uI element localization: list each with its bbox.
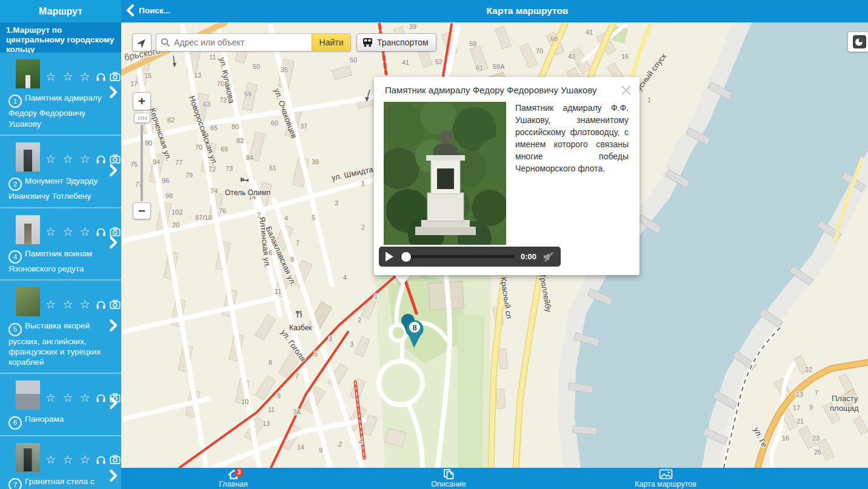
map-street-label: Отель Олимп	[225, 188, 270, 197]
map-house-number: 76	[219, 207, 226, 215]
map-house-number: 7	[815, 389, 818, 396]
map-house-number: 16	[621, 53, 629, 60]
route-stop-item[interactable]: ☆ ☆ ☆	[0, 436, 121, 489]
stop-number: 7	[8, 478, 22, 489]
map-house-number: 59А	[493, 63, 505, 70]
map-house-number: 59	[469, 40, 476, 47]
map-house-number: 43	[568, 53, 575, 60]
map-house-number: 13	[262, 420, 270, 427]
map-house-number: 20	[172, 221, 179, 228]
map-house-number: 69	[221, 145, 228, 153]
rating-stars-icon: ☆ ☆ ☆	[45, 153, 92, 165]
route-stop-item[interactable]: ☆ ☆ ☆	[0, 208, 121, 281]
home-badge: 3	[235, 468, 244, 477]
map-house-number: 59	[244, 90, 252, 98]
route-stop-item[interactable]: ☆ ☆ ☆	[0, 374, 121, 436]
find-button[interactable]: Найти	[312, 34, 350, 51]
nav-route-map[interactable]: Карта маршрутов	[626, 469, 705, 488]
map-house-number: 1	[361, 180, 365, 187]
map-house-number: 102	[172, 208, 182, 216]
map-house-number: 60	[271, 119, 278, 127]
map-house-number: 52	[435, 58, 442, 65]
stop-thumbnail	[16, 381, 40, 410]
zoom-out-button[interactable]: −	[133, 202, 151, 219]
stop-title: Панорама	[25, 414, 64, 424]
map-house-number: 50	[253, 63, 260, 70]
chevron-right-icon[interactable]	[110, 86, 117, 101]
map-house-number: 39	[409, 23, 416, 30]
map-house-number: 75	[130, 161, 138, 168]
headphones-icon	[96, 227, 106, 237]
map-house-number: 11	[275, 288, 281, 295]
zoom-in-button[interactable]: +	[133, 92, 151, 110]
geolocation-arrow-icon	[137, 38, 147, 48]
audio-progress-knob[interactable]	[401, 252, 411, 262]
map-house-number: 22	[805, 366, 812, 373]
mute-button[interactable]	[542, 251, 555, 262]
headphones-icon	[96, 299, 106, 310]
route-stop-item[interactable]: ☆ ☆ ☆	[0, 281, 121, 374]
close-icon	[621, 85, 632, 96]
map-house-number: 13	[194, 72, 201, 79]
nav-description-label: Описание	[409, 480, 488, 488]
map-house-number: 4	[343, 274, 347, 281]
nav-description[interactable]: Описание	[409, 469, 488, 488]
map-house-number: 35	[281, 66, 288, 73]
map-house-number: 73	[225, 165, 233, 172]
map-house-number: 23	[812, 434, 820, 442]
headphones-icon	[96, 72, 106, 82]
camera-icon	[110, 299, 121, 310]
play-icon	[385, 251, 394, 262]
route-title: 1.Маршрут по центральному городскому кол…	[0, 22, 121, 53]
map-house-number: 3	[329, 335, 332, 342]
route-stop-item[interactable]: ☆ ☆ ☆	[0, 136, 121, 208]
map-house-number: 80	[232, 123, 239, 130]
transport-button[interactable]: Транспортом	[356, 33, 436, 52]
map-house-number: 7А	[293, 408, 301, 416]
zoom-slider[interactable]	[141, 125, 143, 201]
route-stop-item[interactable]: ☆ ☆ ☆	[0, 53, 121, 136]
stop-thumbnail	[16, 59, 40, 88]
map-house-number: 14	[297, 444, 304, 451]
map-house-number: 61	[476, 64, 483, 72]
map-house-number: 9	[809, 404, 813, 411]
top-bar: Поиск... Карта маршрутов	[121, 0, 868, 22]
layers-button[interactable]	[847, 32, 868, 52]
play-button[interactable]	[385, 251, 394, 262]
map-house-number: 94	[153, 158, 160, 165]
map-house-number: 9	[319, 447, 322, 454]
chevron-right-icon[interactable]	[110, 164, 117, 179]
back-label: Поиск...	[139, 6, 170, 15]
back-to-search-button[interactable]: Поиск...	[126, 4, 170, 16]
muted-speaker-icon	[542, 251, 555, 262]
chevron-right-icon[interactable]	[110, 236, 117, 251]
ruler-button[interactable]	[134, 113, 150, 123]
nav-home[interactable]: 3 Главная	[194, 469, 273, 488]
chevron-right-icon[interactable]	[110, 470, 117, 484]
popup-description: Памятник адмиралу Ф.Ф. Ушакову, знаменит…	[515, 102, 629, 245]
address-search-input[interactable]	[170, 34, 312, 51]
stop-thumbnail	[16, 443, 40, 472]
map-house-number: 77	[175, 159, 182, 166]
map-house-number: 41	[402, 59, 409, 66]
audio-progress-track[interactable]	[400, 255, 515, 258]
geolocate-button[interactable]	[132, 33, 152, 52]
landmark-popup: Памятник адмиралу Федору Федоровичу Ушак…	[374, 77, 639, 275]
popup-close-button[interactable]	[619, 84, 633, 97]
rating-stars-icon: ☆ ☆ ☆	[45, 392, 92, 404]
stop-title: Выставка якорей русских, английских, фра…	[8, 321, 101, 367]
map-house-number: 8	[269, 359, 272, 366]
nav-home-label: Главная	[194, 480, 273, 488]
bus-icon	[362, 38, 373, 47]
nav-route-map-label: Карта маршрутов	[626, 480, 705, 488]
popup-title: Памятник адмиралу Федору Федоровичу Ушак…	[374, 77, 639, 99]
map-house-number: 25	[814, 448, 821, 456]
chevron-right-icon[interactable]	[110, 319, 117, 334]
route-map-app: 1517131170503559637262658060379070698284…	[0, 0, 868, 489]
description-icon	[443, 469, 455, 479]
map-house-number: 7	[295, 373, 299, 380]
stop-thumbnail	[16, 287, 40, 316]
map-house-number: 11	[268, 406, 275, 413]
stop-title: Памятник адмиралу Федору Федоровичу Ушак…	[8, 93, 102, 128]
chevron-right-icon[interactable]	[110, 397, 117, 411]
